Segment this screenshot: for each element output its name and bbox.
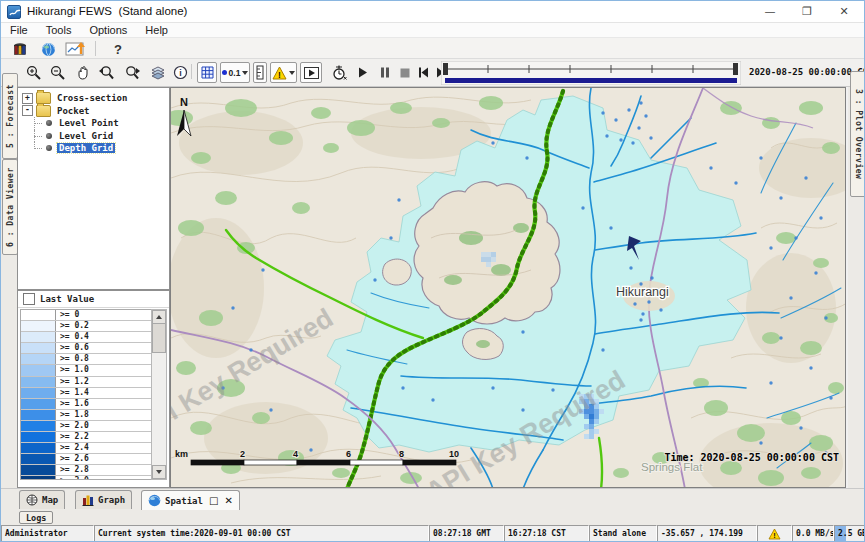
menu-tools[interactable]: Tools [37, 24, 81, 36]
help-button[interactable]: ? [107, 40, 129, 58]
toolbar-separator [191, 64, 192, 79]
pan-hand-icon[interactable] [71, 62, 93, 83]
bar-chart-icon [82, 494, 94, 506]
layer-bullet-icon [46, 133, 52, 139]
menu-help[interactable]: Help [136, 24, 177, 36]
legend-color-swatch [21, 343, 56, 353]
tree-node-label[interactable]: Level Point [57, 118, 121, 128]
legend-row: >= 2.8 [21, 465, 151, 476]
legend-row-label: >= 0.8 [56, 354, 151, 364]
globe-wireframe-icon [26, 494, 38, 506]
tree-node-label[interactable]: Cross-section [55, 93, 129, 103]
timeline-datetime: 2020-08-25 00:00:00 CST [749, 67, 865, 77]
tree-node-level-grid[interactable]: Level Grid [18, 130, 169, 143]
close-button[interactable]: ✕ [828, 1, 860, 22]
title-bar[interactable]: Hikurangi FEWS (Stand alone) — ❐ ✕ [1, 1, 864, 23]
timeline-extent-bar [445, 78, 737, 83]
collapse-icon[interactable]: - [22, 105, 33, 116]
status-memory[interactable]: 2.5 GB [834, 525, 865, 542]
status-warning-icon[interactable]: ! [757, 525, 792, 542]
map-display-icon[interactable] [37, 40, 59, 58]
legend-row: >= 1.0 [21, 365, 151, 376]
map-view[interactable]: API Key Required API Key Required Hikura… [170, 87, 846, 488]
legend-color-swatch [21, 321, 56, 331]
tab-data-viewer[interactable]: 6 : Data Viewer [2, 159, 18, 255]
scrollbar-thumb[interactable] [152, 323, 166, 353]
zoom-in-icon[interactable] [23, 62, 45, 83]
legend-color-swatch [21, 476, 56, 480]
menu-file[interactable]: File [1, 24, 37, 36]
scale-ruler-button[interactable] [253, 62, 267, 83]
thresholds-warning-dropdown[interactable]: ! [270, 62, 297, 83]
legend-row: >= 2.2 [21, 432, 151, 443]
tab-label: Spatial [165, 496, 203, 506]
time-slider[interactable] [441, 61, 741, 85]
tab-graph[interactable]: Graph [75, 490, 132, 509]
info-icon[interactable]: i [169, 62, 191, 83]
threshold-dropdown[interactable]: 0.1 [220, 62, 250, 83]
svg-text:8: 8 [399, 449, 404, 459]
tree-node-label[interactable]: Level Grid [57, 131, 115, 141]
layers-icon[interactable] [147, 62, 169, 83]
chevron-down-icon [289, 71, 295, 75]
status-bar: Administrator Current system time:2020-0… [1, 525, 864, 542]
legend-classbreaks-table: >= 0>= 0.2>= 0.4>= 0.6>= 0.8>= 1.0>= 1.2… [20, 309, 152, 480]
timeseries-chart-icon[interactable] [63, 40, 89, 58]
town-label: Hikurangi [616, 285, 669, 299]
legend-color-swatch [21, 432, 56, 442]
animation-panel-button[interactable] [300, 62, 322, 83]
legend-scrollbar[interactable] [151, 309, 167, 480]
play-button[interactable] [355, 62, 371, 83]
tab-forecast[interactable]: 5 : Forecast [2, 73, 18, 159]
svg-text:km: km [175, 449, 188, 459]
animation-clock-icon[interactable] [329, 62, 349, 83]
logs-button[interactable]: Logs [19, 511, 53, 524]
threshold-value: 0.1 [229, 68, 241, 78]
zoom-next-icon[interactable] [121, 62, 143, 83]
scroll-down-icon[interactable] [152, 465, 166, 479]
zoom-previous-icon[interactable] [95, 62, 117, 83]
legend-row-label: >= 1.2 [56, 377, 151, 387]
tree-node-pocket[interactable]: - Pocket [18, 105, 169, 118]
tab-close-icon[interactable]: ✕ [224, 495, 232, 506]
menu-bar: File Tools Options Help [1, 23, 864, 38]
menu-options[interactable]: Options [80, 24, 136, 36]
grid-display-button[interactable] [197, 62, 217, 83]
status-coordinates: -35.657 , 174.199 [657, 525, 757, 542]
legend-row-label: >= 1.8 [56, 410, 151, 420]
pause-button[interactable] [377, 62, 393, 83]
legend-color-swatch [21, 399, 56, 409]
tree-node-label-selected[interactable]: Depth Grid [57, 143, 115, 153]
status-throughput: 0.0 MB/s [792, 525, 834, 542]
chevron-down-icon [242, 71, 248, 75]
legend-row: >= 0.2 [21, 321, 151, 332]
tree-node-label[interactable]: Pocket [55, 106, 92, 116]
legend-row-label: >= 1.0 [56, 365, 151, 375]
tab-map[interactable]: Map [19, 490, 65, 509]
last-value-checkbox[interactable] [23, 293, 35, 305]
legend-row: >= 1.4 [21, 388, 151, 399]
stop-button[interactable] [397, 62, 413, 83]
tab-maximize-icon[interactable]: □ [209, 495, 218, 506]
expand-icon[interactable]: + [22, 93, 33, 104]
right-tab-strip: 3 : Plot Overview [848, 87, 865, 488]
legend-row: >= 2.6 [21, 454, 151, 465]
tab-spatial-active[interactable]: Spatial □ ✕ [141, 490, 240, 510]
maximize-button[interactable]: ❐ [791, 1, 823, 22]
last-value-label: Last Value [40, 294, 94, 304]
legend-row-label: >= 2.2 [56, 432, 151, 442]
legend-row: >= 0 [21, 310, 151, 321]
legend-row-label: >= 3.0 [56, 476, 151, 480]
tree-node-depth-grid[interactable]: Depth Grid [18, 142, 169, 155]
svg-text:N: N [180, 96, 188, 108]
legend-row-label: >= 0.6 [56, 343, 151, 353]
tree-node-level-point[interactable]: Level Point [18, 117, 169, 130]
database-viewer-icon[interactable] [9, 40, 31, 58]
minimize-button[interactable]: — [754, 1, 786, 22]
scroll-up-icon[interactable] [152, 310, 166, 324]
step-back-button[interactable] [415, 62, 431, 83]
zoom-out-icon[interactable] [47, 62, 69, 83]
spatial-layers-tree: + Cross-section - Pocket Level Point Lev… [17, 87, 170, 290]
legend-color-swatch [21, 354, 56, 364]
tab-plot-overview[interactable]: 3 : Plot Overview [850, 71, 865, 197]
